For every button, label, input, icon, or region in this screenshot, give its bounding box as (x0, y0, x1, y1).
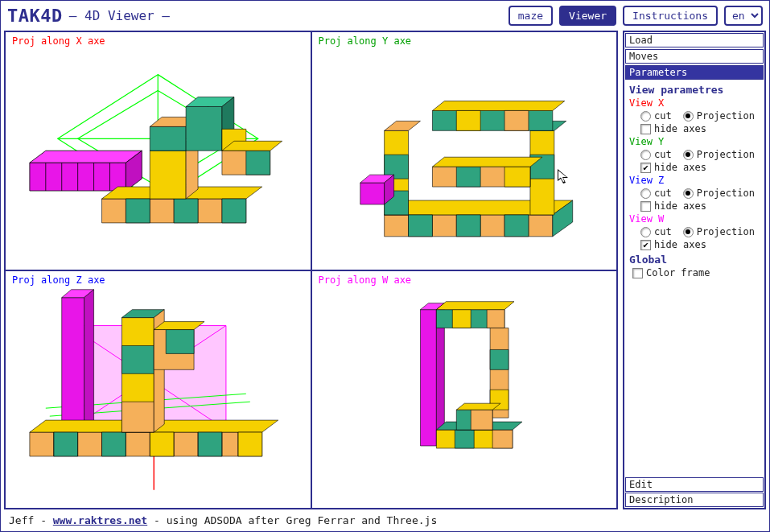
svg-marker-58 (456, 110, 480, 130)
app-window: TAK4D — 4D Viewer — maze Viewer Instruct… (0, 0, 770, 532)
footer-suffix: - using ADSODA after Greg Ferrar and Thr… (154, 514, 437, 526)
svg-marker-115 (456, 403, 500, 410)
global-color-frame-row: Color frame (629, 267, 760, 278)
view-groups: View XcutProjectionhide axesView YcutPro… (629, 97, 760, 250)
check-hideaxes-y[interactable] (640, 163, 651, 173)
language-select[interactable]: en (724, 6, 763, 26)
viewer-button[interactable]: Viewer (559, 6, 616, 26)
label-cut: cut (654, 110, 672, 122)
maze-button[interactable]: maze (509, 6, 553, 26)
check-hideaxes-x[interactable] (640, 124, 651, 134)
svg-marker-45 (504, 215, 529, 237)
svg-marker-110 (455, 430, 474, 448)
view-group-w: View WcutProjectionhide axes (629, 213, 760, 250)
radio-cut-w[interactable] (640, 227, 651, 237)
svg-marker-62 (504, 167, 530, 187)
svg-marker-59 (504, 110, 529, 130)
radio-projection-y[interactable] (683, 150, 694, 160)
check-hideaxes-w[interactable] (640, 240, 651, 250)
hideaxes-row-x: hide axes (629, 123, 760, 134)
radio-projection-w[interactable] (683, 227, 694, 237)
label-projection: Projection (697, 188, 755, 199)
sidebar-footer: Edit Description (624, 476, 764, 508)
view-y[interactable]: Proj along Y axe (312, 32, 617, 270)
color-frame-label: Color frame (646, 267, 710, 278)
view-group-label-x: View X (629, 97, 760, 109)
hideaxes-row-w: hide axes (629, 239, 760, 250)
mode-row-w: cutProjection (629, 226, 760, 237)
view-x[interactable]: Proj along X axe (6, 32, 311, 270)
label-hideaxes: hide axes (654, 123, 706, 134)
label-cut: cut (654, 226, 672, 237)
svg-marker-61 (456, 167, 480, 187)
label-hideaxes: hide axes (654, 239, 706, 250)
color-frame-checkbox[interactable] (632, 268, 643, 278)
radio-cut-y[interactable] (640, 150, 651, 160)
view-group-y: View YcutProjectionhide axes (629, 136, 760, 173)
main: Proj along X axe (4, 31, 766, 509)
svg-marker-103 (452, 309, 471, 328)
svg-marker-99 (420, 309, 436, 445)
check-hideaxes-z[interactable] (640, 201, 651, 212)
radio-projection-x[interactable] (683, 111, 694, 122)
svg-marker-25 (150, 126, 186, 151)
svg-marker-81 (238, 432, 262, 456)
svg-marker-74 (84, 289, 94, 433)
svg-marker-43 (408, 215, 432, 237)
app-subtitle: — 4D Viewer — (69, 8, 170, 23)
radio-cut-z[interactable] (640, 188, 651, 199)
footer-prefix: Jeff - (9, 514, 53, 526)
svg-marker-92 (121, 345, 154, 373)
svg-marker-78 (102, 432, 126, 456)
svg-marker-5 (30, 151, 142, 163)
view-y-canvas (312, 32, 617, 270)
tab-edit[interactable]: Edit (625, 477, 764, 492)
view-z[interactable]: Proj along Z axe (6, 271, 311, 509)
tab-moves[interactable]: Moves (625, 49, 764, 64)
radio-projection-z[interactable] (683, 188, 694, 199)
svg-marker-27 (186, 106, 222, 151)
label-projection: Projection (697, 226, 755, 237)
sidebar: Load Moves Parameters View parametres Vi… (623, 31, 766, 509)
mode-row-x: cutProjection (629, 110, 760, 122)
footer: Jeff - www.raktres.net - using ADSODA af… (4, 509, 766, 528)
view-group-label-z: View Z (629, 175, 760, 186)
svg-marker-22 (150, 151, 186, 199)
svg-marker-63 (432, 157, 541, 167)
svg-marker-80 (198, 432, 222, 456)
hideaxes-row-y: hide axes (629, 162, 760, 173)
svg-marker-72 (62, 297, 84, 433)
label-hideaxes: hide axes (654, 200, 706, 212)
views-grid: Proj along X axe (4, 31, 618, 509)
svg-marker-93 (121, 402, 154, 432)
radio-cut-x[interactable] (640, 111, 651, 122)
global-title: Global (629, 254, 760, 266)
tab-load[interactable]: Load (625, 33, 764, 47)
view-x-canvas (6, 32, 311, 270)
label-cut: cut (654, 149, 672, 160)
parameters-panel: View parametres View XcutProjectionhide … (624, 80, 764, 476)
panel-title: View parametres (629, 84, 760, 96)
svg-marker-107 (490, 349, 509, 369)
label-projection: Projection (697, 149, 755, 160)
svg-marker-79 (150, 432, 174, 456)
svg-marker-111 (492, 430, 513, 448)
svg-marker-19 (126, 199, 150, 223)
footer-link[interactable]: www.raktres.net (53, 514, 147, 526)
tab-description[interactable]: Description (625, 493, 764, 507)
svg-marker-104 (487, 309, 504, 328)
mode-row-y: cutProjection (629, 149, 760, 160)
svg-marker-20 (174, 199, 198, 223)
svg-marker-77 (54, 432, 78, 456)
svg-marker-57 (432, 101, 564, 110)
view-w[interactable]: Proj along W axe (312, 271, 617, 509)
mode-row-z: cutProjection (629, 188, 760, 199)
label-cut: cut (654, 188, 672, 199)
label-hideaxes: hide axes (654, 162, 706, 173)
view-group-x: View XcutProjectionhide axes (629, 97, 760, 134)
app-title: TAK4D (7, 6, 63, 26)
tab-parameters[interactable]: Parameters (625, 65, 764, 80)
instructions-button[interactable]: Instructions (623, 6, 718, 26)
svg-marker-97 (166, 329, 194, 353)
svg-marker-50 (360, 183, 384, 204)
